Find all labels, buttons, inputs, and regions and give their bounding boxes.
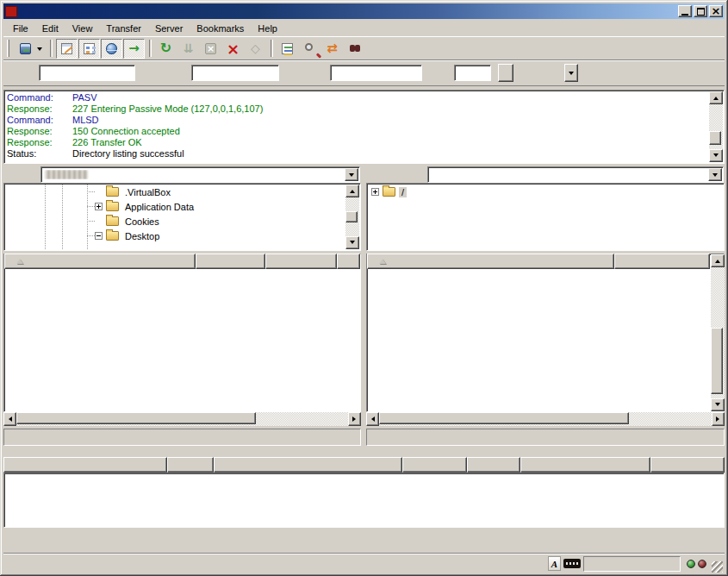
password-input[interactable] [330, 65, 422, 81]
toolbar-button[interactable] [271, 40, 273, 57]
toolbar-button[interactable] [50, 40, 53, 57]
column-header-server-local-file[interactable] [3, 457, 167, 473]
remote-site-combo[interactable] [427, 166, 724, 183]
column-header-priority[interactable] [467, 457, 520, 473]
toolbar-button[interactable] [123, 39, 145, 59]
log-line-label: Response: [7, 103, 72, 115]
toolbar-button[interactable] [299, 39, 320, 59]
scrollbar-thumb[interactable] [711, 328, 723, 394]
toolbar-button[interactable] [321, 39, 343, 59]
toolbar-button [177, 39, 199, 59]
toolbar-button[interactable] [56, 39, 78, 59]
quickconnect-button[interactable] [498, 64, 513, 82]
column-header-filename[interactable] [4, 254, 196, 269]
log-line-text: 226 Transfer OK [72, 137, 142, 148]
menu-item[interactable]: View [65, 22, 100, 35]
scroll-down-button[interactable] [345, 236, 359, 249]
tree-item[interactable]: Application Data [5, 199, 345, 214]
column-header-filesize[interactable] [196, 254, 265, 269]
queue-columns [3, 457, 725, 473]
remote-site-dropdown-button[interactable] [708, 168, 722, 181]
redacted-username [45, 170, 88, 179]
remote-list-hscrollbar[interactable] [366, 412, 725, 426]
titlebar[interactable] [3, 3, 725, 19]
led-red-icon [698, 560, 706, 568]
resize-grip[interactable] [712, 561, 723, 573]
menu-item[interactable]: Server [148, 22, 190, 35]
local-list-hscrollbar[interactable] [3, 412, 361, 426]
toolbar-button[interactable] [222, 39, 244, 59]
column-header-lastmodified[interactable] [337, 254, 360, 269]
scroll-down-button[interactable] [711, 398, 725, 411]
scrollbar-thumb[interactable] [16, 412, 256, 424]
expander-icon[interactable] [371, 188, 379, 196]
expander-icon[interactable] [95, 232, 103, 240]
toolbar [3, 36, 725, 59]
folder-icon [383, 187, 395, 197]
tree-item[interactable]: Desktop [5, 229, 345, 243]
led-green-icon [687, 560, 695, 568]
close-button[interactable] [709, 5, 723, 17]
scroll-up-button[interactable] [345, 185, 359, 197]
scroll-left-button[interactable] [3, 412, 16, 426]
close-icon [712, 6, 721, 16]
toggle-queue-icon [127, 41, 142, 56]
minimize-button[interactable] [678, 5, 692, 17]
column-header-remote-file[interactable] [214, 457, 402, 473]
username-input[interactable] [191, 65, 279, 81]
toolbar-button[interactable] [101, 39, 122, 59]
scrollbar-thumb[interactable] [345, 211, 358, 222]
scrollbar-track[interactable] [709, 104, 723, 149]
toolbar-button[interactable] [277, 39, 298, 59]
log-line-label: Command: [7, 92, 72, 103]
scroll-left-button[interactable] [366, 412, 379, 426]
log-scrollbar[interactable] [709, 91, 723, 162]
quickconnect-dropdown-button[interactable] [564, 64, 578, 82]
toolbar-button[interactable] [155, 39, 177, 59]
maximize-icon [697, 8, 705, 16]
scroll-up-button[interactable] [709, 91, 723, 104]
tree-item[interactable]: Cookies [5, 214, 345, 229]
column-header-status[interactable] [520, 457, 650, 473]
folder-icon [106, 216, 119, 226]
scrollbar-track[interactable] [711, 267, 725, 398]
scroll-right-button[interactable] [348, 412, 361, 426]
log-line: Status: Directory listing successful [7, 148, 707, 160]
column-header-filesize[interactable] [614, 254, 710, 269]
speed-limit-icon [563, 559, 581, 568]
toolbar-button[interactable] [149, 40, 152, 57]
port-input[interactable] [454, 65, 491, 81]
host-input[interactable] [39, 65, 135, 81]
scroll-up-button[interactable] [711, 254, 725, 267]
menu-item[interactable]: Help [251, 22, 284, 35]
toolbar-grip[interactable] [7, 40, 9, 57]
scrollbar-track[interactable] [16, 412, 348, 426]
local-tree-scrollbar[interactable] [345, 185, 359, 249]
scroll-right-button[interactable] [712, 412, 725, 426]
expander-icon[interactable] [95, 203, 103, 210]
scrollbar-track[interactable] [345, 197, 359, 236]
local-site-dropdown-button[interactable] [345, 168, 358, 181]
column-header-filetype[interactable] [265, 254, 337, 269]
local-site-combo[interactable] [40, 166, 360, 183]
menu-item[interactable]: File [6, 22, 35, 35]
menu-item[interactable]: Bookmarks [190, 22, 251, 35]
column-header-size[interactable] [402, 457, 467, 473]
toolbar-button[interactable] [78, 39, 100, 59]
scrollbar-track[interactable] [379, 412, 712, 426]
tree-item[interactable]: / [368, 185, 723, 199]
tree-item[interactable]: .VirtualBox [5, 185, 345, 199]
toolbar-button[interactable] [13, 39, 46, 59]
column-header-direction[interactable] [167, 457, 214, 473]
maximize-button[interactable] [694, 5, 707, 17]
remote-list-scrollbar[interactable] [711, 254, 725, 411]
find-files-icon [347, 41, 363, 56]
queue-list[interactable] [3, 473, 725, 528]
scrollbar-thumb[interactable] [709, 131, 721, 145]
menu-item[interactable]: Edit [35, 22, 65, 35]
toolbar-button[interactable] [344, 39, 365, 59]
scrollbar-thumb[interactable] [379, 412, 629, 424]
scroll-down-button[interactable] [709, 149, 723, 162]
menu-item[interactable]: Transfer [99, 22, 148, 35]
column-header-filename[interactable] [367, 254, 614, 269]
